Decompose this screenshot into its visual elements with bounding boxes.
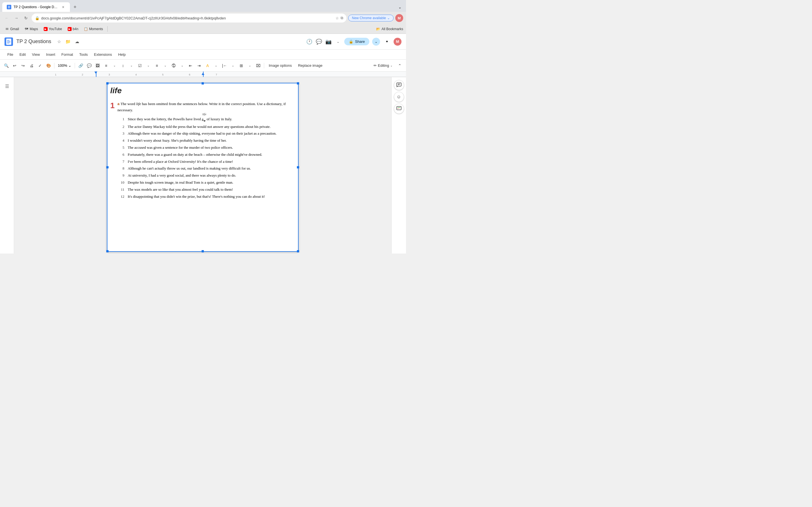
- emoji-button[interactable]: ☺: [394, 92, 404, 102]
- menu-extensions[interactable]: Extensions: [91, 51, 115, 58]
- cloud-icon[interactable]: ☁: [74, 38, 81, 45]
- tab-close-button[interactable]: ×: [61, 5, 65, 9]
- menu-edit[interactable]: Edit: [17, 51, 29, 58]
- menu-help[interactable]: Help: [115, 51, 129, 58]
- profile-avatar[interactable]: M: [395, 14, 403, 22]
- sidebar-right: ☺: [391, 77, 406, 253]
- bookmark-gmail-label: Gmail: [10, 27, 19, 31]
- table-button[interactable]: ⊞: [238, 62, 245, 69]
- text-align-chevron2[interactable]: ⌄: [229, 62, 237, 69]
- share-label: Share: [355, 40, 365, 44]
- document-area[interactable]: life 1 a The word life has been omitted …: [14, 77, 391, 253]
- table-chevron[interactable]: ⌄: [246, 62, 254, 69]
- line-spacing-button[interactable]: ↕: [119, 62, 127, 69]
- align-button[interactable]: ≡: [102, 62, 110, 69]
- resize-handle-bl[interactable]: [106, 250, 109, 252]
- user-avatar[interactable]: M: [394, 38, 402, 46]
- folder-icon[interactable]: 📁: [65, 38, 71, 45]
- sentence-num-4: 4: [119, 138, 124, 144]
- active-tab[interactable]: D TP 2 Questions - Google Doc... ×: [2, 2, 70, 12]
- comments-icon[interactable]: 💬: [315, 38, 322, 45]
- extension-icon[interactable]: ⧉: [341, 16, 343, 20]
- star-icon[interactable]: ☆: [56, 38, 63, 45]
- increase-indent-button[interactable]: ⇥: [195, 62, 203, 69]
- all-bookmarks-button[interactable]: 📂 All Bookmarks: [376, 27, 403, 31]
- zoom-selector[interactable]: 100% ⌄: [56, 63, 73, 68]
- line-spacing-chevron[interactable]: ⌄: [128, 62, 135, 69]
- bullet-list-button[interactable]: ≡: [153, 62, 161, 69]
- image-button[interactable]: 🖼: [94, 62, 101, 69]
- resize-handle-tc[interactable]: [202, 82, 204, 84]
- svg-text:6: 6: [189, 73, 190, 76]
- sentence-item-2: 2 The actor Danny Mackay told the press …: [119, 124, 295, 130]
- new-tab-button[interactable]: +: [71, 3, 79, 11]
- resize-handle-tr[interactable]: [297, 82, 299, 84]
- menu-insert[interactable]: Insert: [43, 51, 58, 58]
- highlight-chevron[interactable]: ⌄: [212, 62, 220, 69]
- bullet-list-chevron[interactable]: ⌄: [161, 62, 169, 69]
- print-button[interactable]: 🖨: [28, 62, 36, 69]
- gemini-icon[interactable]: ✦: [383, 38, 391, 46]
- numbered-list-button[interactable]: ⓵: [170, 62, 177, 69]
- redo-button[interactable]: ↪: [19, 62, 27, 69]
- checklist-chevron[interactable]: ⌄: [144, 62, 152, 69]
- collapse-toolbar-button[interactable]: ⌃: [396, 62, 404, 69]
- align-chevron[interactable]: ⌄: [110, 62, 118, 69]
- decrease-indent-button[interactable]: ⇤: [187, 62, 195, 69]
- image-options-button[interactable]: Image options: [266, 62, 295, 69]
- search-toolbar-button[interactable]: 🔍: [2, 62, 10, 69]
- sentence-num-9: 9: [119, 173, 124, 179]
- exercise-number: 1: [110, 101, 115, 110]
- resize-handle-bc[interactable]: [202, 250, 204, 252]
- text-align-button2[interactable]: |←: [220, 62, 229, 69]
- numbered-list-chevron[interactable]: ⌄: [178, 62, 186, 69]
- resize-handle-br[interactable]: [297, 250, 299, 252]
- undo-button[interactable]: ↩: [11, 62, 18, 69]
- ruler: 1 2 3 4 5 6 7: [0, 71, 406, 77]
- share-button[interactable]: 🔒 Share: [344, 38, 369, 45]
- link-button[interactable]: 🔗: [77, 62, 85, 69]
- suggest-edit-button[interactable]: [394, 104, 404, 114]
- resize-handle-mr[interactable]: [297, 166, 299, 168]
- sentence-item-6: 6 Fortunately, there was a guard on duty…: [119, 152, 295, 158]
- bookmark-star-icon[interactable]: ☆: [336, 16, 339, 20]
- history-icon[interactable]: 🕐: [306, 38, 313, 45]
- highlight-button[interactable]: A: [204, 62, 211, 69]
- sentence-text-9: At university, I had a very good social,…: [128, 173, 295, 179]
- spellcheck-button[interactable]: ✓: [36, 62, 44, 69]
- crop-button[interactable]: ⌧: [254, 62, 262, 69]
- video-icon[interactable]: 📷: [325, 38, 332, 45]
- outline-icon[interactable]: ☰: [3, 82, 11, 91]
- checklist-button[interactable]: ☑: [136, 62, 144, 69]
- document-heading: life: [110, 86, 295, 95]
- menu-view[interactable]: View: [29, 51, 43, 58]
- replace-image-button[interactable]: Replace image: [295, 62, 325, 69]
- menu-format[interactable]: Format: [59, 51, 76, 58]
- new-chrome-label: New Chrome available: [352, 16, 386, 20]
- back-button[interactable]: ←: [3, 14, 11, 22]
- new-chrome-button[interactable]: New Chrome available ⌄: [348, 15, 394, 21]
- editing-mode-button[interactable]: ✏ Editing ⌄: [371, 62, 395, 69]
- bookmark-maps[interactable]: 🗺 Maps: [22, 26, 40, 32]
- sentence-text-5: The accused was given a sentence for the…: [128, 145, 295, 151]
- bookmark-youtube[interactable]: ▶ YouTube: [42, 26, 64, 32]
- exercise-instruction: The word life has been omitted from the …: [117, 102, 286, 112]
- forward-button[interactable]: →: [12, 14, 20, 22]
- expand-tabs-button[interactable]: ⌄: [396, 3, 404, 11]
- bookmark-gmail[interactable]: ✉ Gmail: [3, 26, 21, 32]
- resize-handle-tl[interactable]: [106, 82, 109, 84]
- resize-handle-ml[interactable]: [106, 166, 109, 168]
- bookmark-b4n[interactable]: ▶ b4n: [65, 26, 81, 32]
- sentence-text-11: The wax models are so like that you almo…: [128, 187, 295, 193]
- bookmark-moments[interactable]: 📋 Moments: [82, 26, 105, 32]
- comment-button[interactable]: 💬: [85, 62, 93, 69]
- paint-format-button[interactable]: 🎨: [45, 62, 52, 69]
- video-chevron[interactable]: ⌄: [335, 38, 342, 45]
- menu-tools[interactable]: Tools: [77, 51, 91, 58]
- zoom-value: 100%: [58, 63, 67, 68]
- address-bar[interactable]: 🔒 docs.google.com/document/d/1ivPcAjF7gA…: [32, 13, 347, 22]
- add-comment-button[interactable]: [394, 80, 404, 90]
- share-expand-button[interactable]: ⌄: [372, 38, 380, 46]
- menu-file[interactable]: File: [4, 51, 16, 58]
- reload-button[interactable]: ↻: [22, 14, 30, 22]
